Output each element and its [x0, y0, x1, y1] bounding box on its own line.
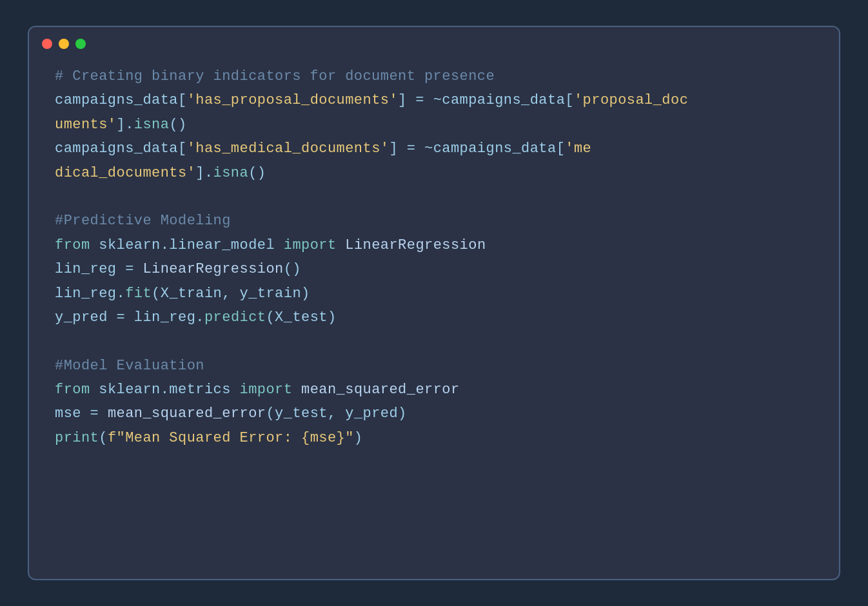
- code-line-7: from sklearn.metrics import mean_squared…: [55, 378, 813, 402]
- comment-model-eval: #Model Evaluation: [55, 354, 813, 378]
- comment-binary: # Creating binary indicators for documen…: [55, 64, 813, 88]
- code-window: # Creating binary indicators for documen…: [28, 26, 840, 580]
- spacer-1: [55, 185, 813, 209]
- code-line-6: y_pred = lin_reg.predict(X_test): [55, 306, 813, 329]
- code-line-5: lin_reg.fit(X_train, y_train): [55, 282, 813, 306]
- comment-predictive: #Predictive Modeling: [55, 209, 813, 233]
- code-line-3: from sklearn.linear_model import LinearR…: [55, 233, 813, 257]
- code-line-8: mse = mean_squared_error(y_test, y_pred): [55, 402, 813, 425]
- code-line-2: campaigns_data['has_medical_documents'] …: [55, 137, 813, 161]
- code-line-4: lin_reg = LinearRegression(): [55, 257, 813, 281]
- minimize-button[interactable]: [59, 39, 69, 49]
- code-line-2b: dical_documents'].isna(): [55, 161, 813, 185]
- code-line-1b: uments'].isna(): [55, 113, 813, 137]
- close-button[interactable]: [42, 39, 52, 49]
- titlebar: [29, 27, 839, 58]
- maximize-button[interactable]: [75, 39, 86, 49]
- code-block: # Creating binary indicators for documen…: [55, 64, 813, 450]
- code-area: # Creating binary indicators for documen…: [29, 58, 839, 579]
- code-line-1: campaigns_data['has_proposal_documents']…: [55, 88, 813, 112]
- spacer-2: [55, 329, 813, 353]
- code-line-9: print(f"Mean Squared Error: {mse}"): [55, 426, 813, 450]
